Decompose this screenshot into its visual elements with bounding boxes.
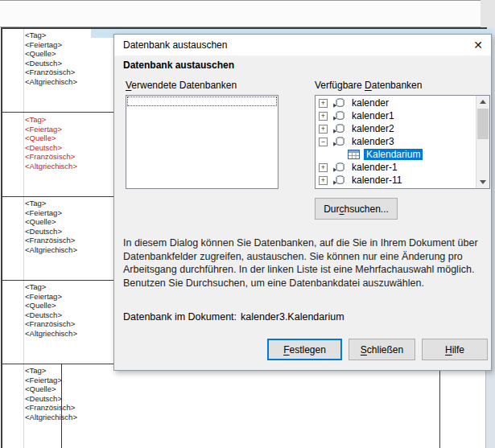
- tree-item-kalender3[interactable]: −kalender3: [316, 135, 476, 148]
- database-icon: [333, 162, 345, 173]
- tree-item-label: kalender-1: [349, 162, 400, 173]
- exchange-database-dialog: Datenbank austauschen ✕ Datenbank austau…: [113, 34, 492, 371]
- close-button[interactable]: Schließen: [349, 339, 415, 360]
- expand-icon[interactable]: +: [319, 112, 328, 121]
- section-heading: Datenbank austauschen: [123, 60, 234, 71]
- screen: <Tag> <Feiertag> <Quelle> <Deutsch> <Fra…: [0, 0, 495, 448]
- expand-icon[interactable]: +: [319, 176, 328, 185]
- table-icon: [348, 150, 360, 159]
- available-databases-tree[interactable]: +kalender+kalender1+kalender2−kalender3K…: [315, 95, 490, 189]
- tree-item-kalender-1[interactable]: +kalender-1: [316, 161, 476, 174]
- tree-item-kalender[interactable]: +kalender: [316, 97, 476, 109]
- available-databases-label: Verfügbare Datenbanken: [315, 80, 422, 91]
- close-icon[interactable]: ✕: [465, 35, 491, 55]
- tree-item-label: Kalendarium: [364, 149, 423, 160]
- tree-item-label: kalender: [349, 97, 391, 109]
- toolbar-corner-block: [481, 0, 495, 27]
- mailmerge-field-block: <Tag> <Feiertag> <Quelle> <Deutsch> <Fra…: [25, 199, 77, 255]
- database-icon: [333, 137, 345, 147]
- tree-item-label: kalender3: [349, 136, 397, 147]
- tree-item-label: kalender1: [349, 110, 397, 121]
- tree-item-label: kalender2: [349, 123, 397, 134]
- collapse-icon[interactable]: −: [319, 138, 328, 146]
- mailmerge-field-block-red: <Tag> <Feiertag> <Quelle> <Deutsch> <Fra…: [25, 115, 77, 171]
- database-icon: [333, 124, 345, 134]
- table-border-left: [1, 27, 2, 448]
- listbox-focus-rect: [127, 97, 277, 106]
- table-border-right: [439, 364, 440, 448]
- scrollbar-thumb[interactable]: [477, 109, 489, 139]
- expand-icon[interactable]: +: [319, 99, 328, 108]
- database-icon: [333, 111, 345, 121]
- dialog-titlebar[interactable]: Datenbank austauschen ✕: [114, 35, 491, 55]
- expand-icon[interactable]: +: [319, 163, 328, 172]
- dialog-title: Datenbank austauschen: [123, 39, 227, 51]
- dialog-description: In diesem Dialog können Sie Datenbanken,…: [123, 236, 492, 290]
- app-toolbar-band: [0, 0, 495, 27]
- help-button[interactable]: Hilfe: [422, 339, 488, 360]
- tree-item-kalendarium[interactable]: Kalendarium: [316, 148, 476, 161]
- scroll-up-icon[interactable]: [476, 96, 489, 108]
- scroll-down-icon[interactable]: [476, 176, 489, 188]
- mailmerge-field-block: <Tag> <Feiertag> <Quelle> <Deutsch> <Fra…: [25, 366, 77, 422]
- tree-item-kalender2[interactable]: +kalender2: [316, 122, 476, 135]
- table-border-top: [1, 27, 487, 29]
- mailmerge-field-block: <Tag> <Feiertag> <Quelle> <Deutsch> <Fra…: [25, 31, 77, 87]
- tree-item-kalender-11[interactable]: +kalender-11: [316, 174, 476, 187]
- used-databases-listbox[interactable]: [126, 95, 278, 189]
- browse-button[interactable]: Durchsuchen...: [315, 198, 398, 220]
- define-button[interactable]: Festlegen: [267, 339, 342, 360]
- used-databases-label: Verwendete Datenbanken: [126, 80, 237, 91]
- expand-icon[interactable]: +: [319, 125, 328, 134]
- tree-item-kalender1[interactable]: +kalender1: [316, 109, 476, 122]
- database-in-document-value: kalender3.Kalendarium: [241, 311, 344, 323]
- database-icon: [333, 175, 345, 186]
- database-in-document-label: Datenbank im Dokument:: [123, 311, 237, 323]
- table-column-guide: [23, 27, 24, 448]
- mailmerge-field-block: <Tag> <Feiertag> <Quelle> <Deutsch> <Fra…: [25, 282, 77, 339]
- tree-item-label: kalender-11: [349, 175, 404, 186]
- tree-scrollbar[interactable]: [476, 96, 489, 188]
- database-icon: [333, 98, 345, 109]
